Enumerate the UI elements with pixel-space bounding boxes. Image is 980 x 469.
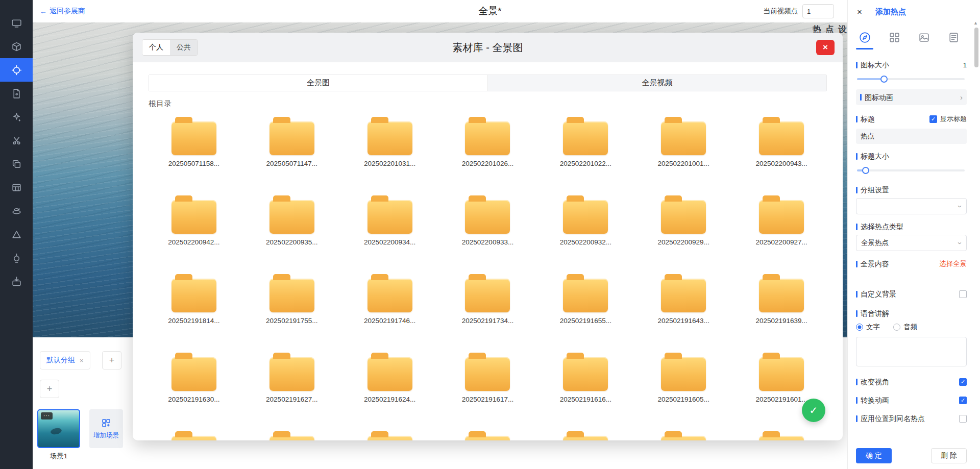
back-link[interactable]: ← 返回参展商 [40,7,85,16]
pano-360-icon[interactable] [0,199,33,223]
folder-icon [465,357,510,391]
scope-tab-public[interactable]: 公共 [170,40,198,55]
scene-name: 场景1 [37,452,80,461]
folder-item[interactable] [270,430,314,440]
apps-grid-icon[interactable] [885,27,904,47]
video-point-input[interactable] [802,4,834,18]
scene-thumbnail[interactable]: ··· [37,409,80,448]
folder-item[interactable]: 202502191617... [462,351,513,430]
folder-icon [563,436,608,440]
group-tab-default[interactable]: 默认分组 × [40,351,90,369]
add-scene-button[interactable]: 增加场景 [89,409,123,448]
folder-item[interactable] [465,430,510,440]
folder-item[interactable]: 202502200929... [658,194,709,273]
change-view-checkbox[interactable] [959,378,967,386]
slider-knob[interactable] [880,76,888,83]
icon-size-slider[interactable] [857,78,965,80]
compass-icon[interactable] [855,27,874,47]
voice-audio-option[interactable]: 音频 [893,323,917,332]
lamp-icon[interactable] [0,246,33,269]
folder-item[interactable]: 202502191746... [364,273,415,351]
folder-item[interactable]: 202502191734... [462,273,513,351]
scene-more-icon[interactable]: ··· [41,412,53,419]
group-tab-close-icon[interactable]: × [80,357,84,364]
screen-icon[interactable] [0,11,33,35]
close-panel-icon[interactable]: × [857,8,862,16]
folder-item[interactable]: 202502191624... [364,351,415,430]
file-export-icon[interactable] [0,82,33,105]
icon-animation-row[interactable]: 图标动画 › [856,89,967,105]
apply-position-checkbox[interactable] [959,415,967,423]
add-group-button[interactable]: + [102,351,121,369]
hotspot-name-input[interactable] [856,129,967,144]
folder-item[interactable]: 202505071147... [266,115,317,194]
folder-item[interactable]: 202502191655... [560,273,611,351]
add-button[interactable]: + [40,380,59,398]
folder-item[interactable] [661,430,706,440]
folder-icon [368,121,412,155]
folder-item[interactable]: 202502191639... [755,273,807,351]
custom-background-checkbox[interactable] [959,290,967,298]
layers-icon[interactable] [0,152,33,176]
folder-item[interactable]: 202502201026... [462,115,513,194]
scrollbar-thumb[interactable] [974,28,978,67]
folder-item[interactable]: 202502200943... [755,115,807,194]
voice-text-radio[interactable] [856,324,863,331]
plus-icon: + [109,355,115,366]
confirm-selection-button[interactable]: ✓ [802,399,825,422]
import-icon[interactable] [0,269,33,293]
folder-icon [661,357,706,391]
folder-item[interactable]: 202502200934... [364,194,415,273]
folder-item[interactable]: 202502201001... [658,115,709,194]
select-panorama-link[interactable]: 选择全景 [939,259,967,268]
folder-item[interactable]: 202502191605... [658,351,709,430]
voice-audio-radio[interactable] [893,324,900,331]
folder-item[interactable]: 202505071158... [168,115,219,194]
folder-item[interactable]: 202502200935... [266,194,317,273]
folder-icon [465,436,510,440]
scope-tab-personal[interactable]: 个人 [142,40,170,55]
folder-item[interactable]: 202502191643... [658,273,709,351]
image-icon[interactable] [914,27,934,47]
triangle-icon[interactable] [0,223,33,246]
voice-text-option[interactable]: 文字 [856,323,880,332]
folder-item[interactable] [563,430,608,440]
folder-item[interactable]: 202502191627... [266,351,317,430]
folder-item[interactable]: 202502191616... [560,351,611,430]
folder-item[interactable]: 202502200942... [168,194,219,273]
voice-text-input[interactable] [856,337,967,366]
folder-item[interactable]: 202502191601... [755,351,807,430]
clip-icon[interactable] [0,129,33,152]
modal-close-button[interactable]: × [816,40,835,55]
folder-item[interactable] [368,430,412,440]
tab-panorama-image[interactable]: 全景图 [149,75,488,91]
folder-item[interactable]: 202502201022... [560,115,611,194]
folder-item[interactable]: 202502191755... [266,273,317,351]
crosshair-icon[interactable] [0,58,33,82]
title-size-slider[interactable] [857,169,965,171]
transition-anim-checkbox[interactable] [959,397,967,404]
tab-panorama-video[interactable]: 全景视频 [488,75,826,91]
show-title-checkbox[interactable] [929,115,937,123]
folder-item[interactable]: 202502200927... [755,194,807,273]
confirm-button[interactable]: 确 定 [856,448,892,463]
folder-name: 202505071158... [168,160,219,167]
folder-item[interactable]: 202502201031... [364,115,415,194]
folder-name: 202502191624... [364,396,415,403]
folder-item[interactable]: 202502191814... [168,273,219,351]
article-icon[interactable] [944,27,963,47]
folder-item[interactable] [172,430,216,440]
folder-item[interactable]: 202502200933... [462,194,513,273]
hotspot-type-select[interactable]: 全景热点 › [856,235,967,251]
table-icon[interactable] [0,176,33,199]
scroll-up-icon[interactable]: ▲ [973,20,978,26]
folder-item[interactable] [759,430,804,440]
folder-item[interactable]: 202502200932... [560,194,611,273]
folder-icon [465,200,510,234]
group-settings-select[interactable]: › [856,198,967,214]
magic-icon[interactable] [0,105,33,129]
cube-icon[interactable] [0,35,33,58]
slider-knob[interactable] [862,167,869,174]
delete-button[interactable]: 删 除 [931,448,967,463]
folder-item[interactable]: 202502191630... [168,351,219,430]
